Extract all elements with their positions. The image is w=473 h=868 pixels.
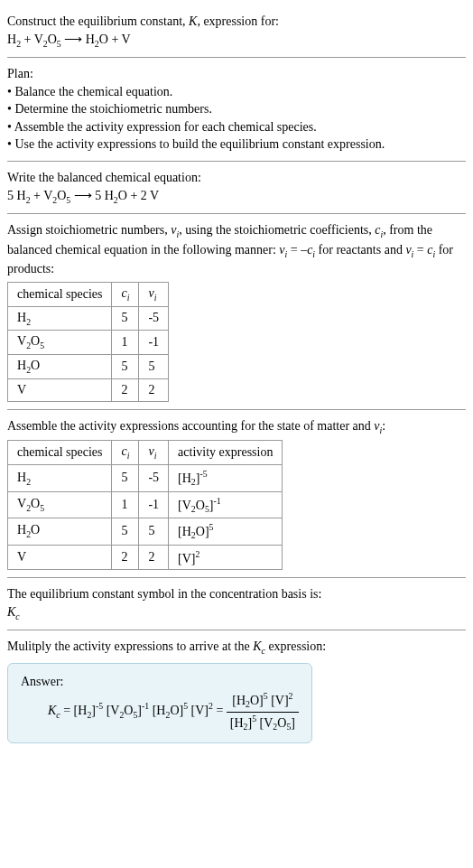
table-cell: [H2O]5 (169, 518, 283, 545)
table-cell: -5 (139, 306, 169, 331)
plan-item: • Balance the chemical equation. (7, 83, 466, 101)
table-row: V2O5 1 -1 [V2O5]-1 (8, 491, 283, 518)
answer-box: Answer: Kc = [H2]-5 [V2O5]-1 [H2O]5 [V]2… (7, 663, 312, 743)
table-row: V 2 2 [V]2 (8, 545, 283, 570)
fraction-numerator: [H2O]5 [V]2 (227, 690, 299, 712)
plan-section: Plan: • Balance the chemical equation. •… (7, 60, 466, 159)
balanced-equation: 5 H2 + V2O5 ⟶ 5 H2O + 2 V (7, 187, 466, 207)
table-cell: H2O (8, 355, 112, 379)
balanced-heading: Write the balanced chemical equation: (7, 169, 466, 187)
table-cell: 5 (112, 518, 139, 545)
table-cell: -5 (139, 465, 169, 491)
divider (7, 213, 466, 214)
table-cell: 5 (139, 518, 169, 545)
divider (7, 630, 466, 630)
table-header: chemical species (8, 441, 112, 465)
table-header: νi (139, 282, 169, 306)
table-cell: 2 (139, 545, 169, 570)
multiply-section: Mulitply the activity expressions to arr… (7, 632, 466, 748)
kc-symbol-heading: The equilibrium constant symbol in the c… (7, 585, 466, 603)
table-cell: [V2O5]-1 (169, 491, 283, 518)
answer-equation: Kc = [H2]-5 [V2O5]-1 [H2O]5 [V]2 = [H2O]… (21, 690, 299, 733)
answer-label: Answer: (21, 673, 299, 691)
table-row: H2 5 -5 [H2]-5 (8, 465, 283, 491)
fraction-denominator: [H2]5 [V2O5] (227, 713, 299, 733)
table-header: chemical species (8, 282, 112, 306)
table-header-row: chemical species ci νi (8, 282, 169, 306)
table-cell: 5 (112, 306, 139, 331)
table-header: activity expression (169, 441, 283, 465)
table-cell: [H2]-5 (169, 465, 283, 491)
table-cell: H2 (8, 465, 112, 491)
table-cell: H2O (8, 518, 112, 545)
divider (7, 161, 466, 162)
stoich-intro: Assign stoichiometric numbers, νi, using… (7, 221, 466, 278)
activity-section: Assemble the activity expressions accoun… (7, 412, 466, 575)
table-cell: [V]2 (169, 545, 283, 570)
table-header-row: chemical species ci νi activity expressi… (8, 441, 283, 465)
table-cell: 5 (139, 355, 169, 379)
table-cell: V2O5 (8, 491, 112, 518)
divider (7, 409, 466, 410)
divider (7, 577, 466, 578)
table-cell: V (8, 378, 112, 401)
table-row: H2 5 -5 (8, 306, 169, 331)
table-cell: -1 (139, 491, 169, 518)
table-cell: V2O5 (8, 331, 112, 355)
plan-heading: Plan: (7, 65, 466, 83)
kc-symbol: Kc (7, 603, 466, 623)
table-row: H2O 5 5 (8, 355, 169, 379)
table-header: ci (112, 441, 139, 465)
table-cell: 1 (112, 491, 139, 518)
kc-symbol-section: The equilibrium constant symbol in the c… (7, 580, 466, 628)
title-text: Construct the equilibrium constant, K, e… (7, 14, 279, 28)
table-cell: H2 (8, 306, 112, 331)
table-cell: V (8, 545, 112, 570)
stoich-table: chemical species ci νi H2 5 -5 V2O5 1 -1… (7, 282, 169, 402)
table-cell: 1 (112, 331, 139, 355)
table-cell: 5 (112, 465, 139, 491)
plan-item: • Use the activity expressions to build … (7, 135, 466, 154)
table-row: H2O 5 5 [H2O]5 (8, 518, 283, 545)
unbalanced-equation: H2 + V2O5 ⟶ H2O + V (7, 31, 466, 51)
header-section: Construct the equilibrium constant, K, e… (7, 7, 466, 55)
balanced-section: Write the balanced chemical equation: 5 … (7, 163, 466, 211)
stoich-section: Assign stoichiometric numbers, νi, using… (7, 216, 466, 407)
plan-item: • Assemble the activity expression for e… (7, 118, 466, 136)
activity-heading: Assemble the activity expressions accoun… (7, 417, 466, 437)
table-cell: 2 (139, 378, 169, 401)
table-cell: -1 (139, 331, 169, 355)
table-cell: 5 (112, 355, 139, 379)
table-cell: 2 (112, 378, 139, 401)
table-header: νi (139, 441, 169, 465)
title-line: Construct the equilibrium constant, K, e… (7, 13, 466, 31)
multiply-heading: Mulitply the activity expressions to arr… (7, 638, 466, 658)
activity-table: chemical species ci νi activity expressi… (7, 440, 283, 570)
table-header: ci (112, 282, 139, 306)
table-cell: 2 (112, 545, 139, 570)
table-row: V2O5 1 -1 (8, 331, 169, 355)
plan-item: • Determine the stoichiometric numbers. (7, 100, 466, 118)
divider (7, 57, 466, 58)
table-row: V 2 2 (8, 378, 169, 401)
